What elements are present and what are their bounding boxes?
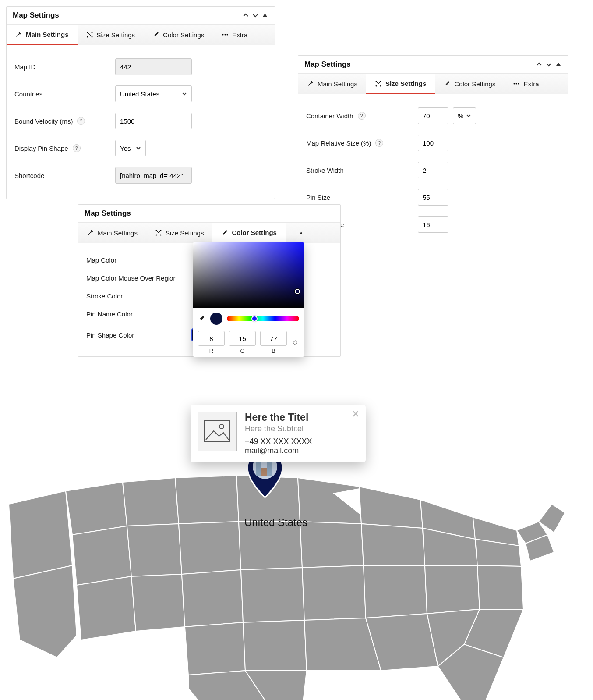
stroke-width-input[interactable] [418, 162, 448, 178]
map-relative-size-input[interactable] [418, 135, 448, 151]
resize-icon [375, 80, 382, 87]
field-label: Map Color [86, 256, 191, 264]
tab-main-settings[interactable]: Main Settings [78, 223, 146, 243]
help-icon[interactable]: ? [77, 117, 85, 125]
panel-header: Map Settings [298, 56, 568, 73]
tab-main-settings[interactable]: Main Settings [7, 25, 78, 45]
field-stroke-width: Stroke Width [306, 156, 560, 184]
display-pin-shape-select[interactable]: Yes [115, 140, 146, 156]
tabs: Main Settings Size Settings Color Settin… [7, 24, 275, 45]
field-label: Container Width ? [306, 112, 418, 120]
shortcode-input[interactable]: [nahiro_map id="442" [115, 167, 192, 184]
tab-label: Size Settings [97, 31, 135, 39]
more-icon [222, 31, 229, 38]
tab-color-settings[interactable]: Color Settings [435, 74, 504, 94]
tab-label: Color Settings [163, 31, 204, 39]
panel-header-controls [536, 61, 562, 68]
help-icon[interactable]: ? [73, 144, 81, 152]
hue-slider[interactable] [227, 316, 299, 321]
tab-extra[interactable]: Extra [213, 25, 256, 45]
chevron-down-icon [136, 146, 141, 151]
field-pin-size: Pin Size [306, 184, 560, 211]
eyedropper-icon[interactable] [198, 315, 206, 323]
chevron-up-icon[interactable] [536, 61, 543, 68]
svg-point-17 [514, 83, 515, 85]
tab-size-settings[interactable]: Size Settings [366, 74, 435, 94]
more-icon [513, 80, 520, 87]
collapse-icon[interactable] [261, 12, 268, 19]
field-label: Map Relative Size (%) ? [306, 139, 418, 147]
rgb-b-input[interactable] [260, 331, 287, 346]
svg-point-19 [518, 83, 519, 85]
map-pin-label: United States [244, 516, 307, 529]
tooltip-thumbnail [198, 412, 237, 451]
current-color-preview [210, 313, 222, 325]
us-map[interactable] [0, 451, 593, 700]
tab-size-settings[interactable]: Size Settings [78, 25, 144, 45]
svg-point-8 [225, 34, 226, 36]
picker-toolbar [193, 308, 304, 329]
field-label: Pin Shape Color [86, 331, 191, 339]
container-width-input[interactable] [418, 107, 448, 124]
svg-point-18 [516, 83, 517, 85]
container-width-unit-select[interactable]: % [453, 107, 476, 124]
tab-label: Extra [523, 80, 539, 88]
countries-select[interactable]: United States [115, 85, 192, 102]
map-id-input: 442 [115, 58, 192, 75]
tabs: Main Settings Size Settings Color Settin… [78, 222, 340, 243]
field-label: Stroke Width [306, 167, 418, 174]
rgb-g-input[interactable] [229, 331, 256, 346]
chevron-down-icon[interactable] [252, 12, 259, 19]
more-icon: • [298, 229, 305, 236]
brush-icon [221, 229, 228, 236]
select-value: % [458, 112, 463, 120]
help-icon[interactable]: ? [358, 112, 366, 120]
field-map-id: Map ID 442 [14, 53, 267, 80]
tab-label: Main Settings [98, 229, 138, 237]
select-value: United States [120, 90, 159, 98]
chevron-up-icon[interactable] [242, 12, 249, 19]
collapse-icon[interactable] [555, 61, 562, 68]
tab-color-settings[interactable]: Color Settings [212, 223, 286, 243]
field-label: Pin Name Color [86, 310, 191, 318]
label-text: Display Pin Shape [14, 145, 68, 152]
tooltip-phone: +49 XX XXX XXXX [245, 437, 312, 446]
tab-color-settings[interactable]: Color Settings [144, 25, 213, 45]
field-label: Bound Velocity (ms) ? [14, 117, 115, 125]
chevron-down-icon [182, 91, 187, 96]
close-icon[interactable] [352, 410, 360, 418]
pin-size-input[interactable] [418, 189, 448, 206]
tab-label: Color Settings [232, 229, 277, 236]
hue-handle[interactable] [251, 316, 258, 322]
field-bound-velocity: Bound Velocity (ms) ? [14, 107, 267, 135]
pin-text-size-input[interactable] [418, 216, 448, 233]
panel-header-controls [242, 12, 268, 19]
wrench-icon [307, 80, 314, 87]
rgb-inputs: R G B [193, 329, 304, 357]
color-mode-toggle[interactable] [291, 331, 299, 354]
color-picker-popover: R G B [193, 242, 304, 357]
svg-rect-26 [205, 421, 230, 442]
tab-label: Main Settings [26, 31, 69, 38]
saturation-handle[interactable] [295, 289, 300, 294]
field-shortcode: Shortcode [nahiro_map id="442" [14, 162, 267, 189]
tooltip-subtitle: Here the Subtitel [245, 424, 312, 434]
rgb-r-input[interactable] [198, 331, 225, 346]
tab-label: Size Settings [385, 80, 426, 87]
tab-more-indicator: • [286, 223, 308, 243]
rgb-g-box: G [229, 331, 256, 354]
tab-main-settings[interactable]: Main Settings [298, 74, 366, 94]
tab-size-settings[interactable]: Size Settings [146, 223, 213, 243]
tab-extra[interactable]: Extra [504, 74, 547, 94]
field-countries: Countries United States [14, 80, 267, 107]
help-icon[interactable]: ? [375, 139, 383, 147]
fields: Map ID 442 Countries United States Bound… [7, 45, 275, 199]
tab-label: Size Settings [166, 229, 204, 237]
bound-velocity-input[interactable] [115, 113, 192, 129]
chevron-down-icon[interactable] [545, 61, 552, 68]
image-placeholder-icon [204, 420, 230, 442]
label-text: Bound Velocity (ms) [14, 117, 73, 125]
field-label: Display Pin Shape ? [14, 144, 115, 152]
map-tooltip-card: Here the Titel Here the Subtitel +49 XX … [191, 405, 366, 462]
saturation-value-area[interactable] [193, 242, 304, 308]
